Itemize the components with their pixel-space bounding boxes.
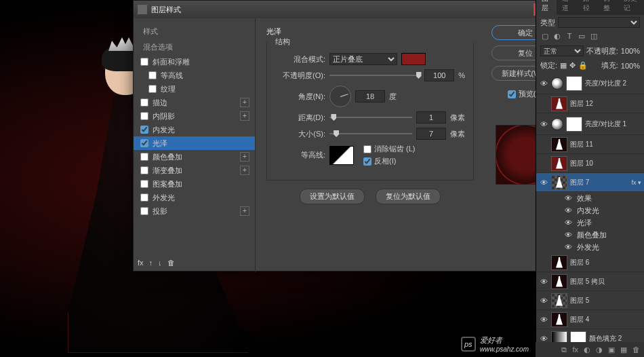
style-item-8[interactable]: 渐变叠加+ xyxy=(134,164,255,177)
angle-dial[interactable] xyxy=(329,86,351,107)
layer-row[interactable]: 图层 6 xyxy=(536,253,644,272)
style-item-10[interactable]: 外发光 xyxy=(134,191,255,204)
fx-indicator[interactable]: fx ▾ xyxy=(631,179,641,186)
layer-row[interactable]: 图层 10 xyxy=(536,154,644,173)
lock-position-icon[interactable]: ✥ xyxy=(569,61,576,70)
style-check[interactable] xyxy=(140,126,148,134)
style-item-5[interactable]: 内发光 xyxy=(134,123,255,136)
filter-text-icon[interactable]: T xyxy=(565,32,574,41)
layer-row[interactable]: 👁亮度/对比度 2 xyxy=(536,73,644,94)
size-slider[interactable] xyxy=(329,129,412,138)
style-item-3[interactable]: 描边+ xyxy=(134,96,255,109)
panel-opacity-value[interactable]: 100% xyxy=(621,47,640,55)
effect-item[interactable]: 外发光 xyxy=(577,242,599,252)
plus-icon[interactable]: + xyxy=(240,98,249,107)
visibility-icon[interactable] xyxy=(539,140,548,149)
style-item-9[interactable]: 图案叠加 xyxy=(134,177,255,191)
fx-icon[interactable]: fx xyxy=(572,345,578,354)
style-check[interactable] xyxy=(140,153,148,161)
fx-menu-button[interactable]: fx xyxy=(138,259,144,267)
layer-row[interactable]: 👁图层 5 拷贝 xyxy=(536,272,644,291)
trash-icon[interactable]: 🗑 xyxy=(167,259,175,267)
tab-channels[interactable]: 通道 xyxy=(557,0,577,15)
visibility-icon[interactable]: 👁 xyxy=(539,296,548,305)
visibility-icon[interactable]: 👁 xyxy=(563,218,573,227)
style-check[interactable] xyxy=(140,98,148,107)
fill-value[interactable]: 100% xyxy=(621,62,640,70)
blend-mode-select[interactable]: 正片叠底 xyxy=(329,53,397,65)
visibility-icon[interactable]: 👁 xyxy=(539,119,548,129)
link-icon[interactable]: ⧉ xyxy=(561,345,567,354)
lock-all-icon[interactable]: 🔒 xyxy=(578,61,588,70)
delete-icon[interactable]: 🗑 xyxy=(632,345,640,354)
layer-row[interactable]: 👁图层 5 xyxy=(536,291,644,310)
style-item-11[interactable]: 投影+ xyxy=(134,204,255,218)
tab-adjust[interactable]: 调整 xyxy=(598,0,618,15)
style-item-0[interactable]: 斜面和浮雕 xyxy=(134,55,255,69)
visibility-icon[interactable] xyxy=(539,258,548,267)
opacity-value[interactable]: 100 xyxy=(424,69,454,81)
effect-item[interactable]: 光泽 xyxy=(577,218,592,228)
style-item-4[interactable]: 内阴影+ xyxy=(134,109,255,123)
blend-mode-panel-select[interactable]: 正常 xyxy=(540,45,584,56)
mask-icon[interactable]: ◐ xyxy=(584,345,590,354)
visibility-icon[interactable]: 👁 xyxy=(539,79,548,88)
layer-row[interactable]: 👁亮度/对比度 1 xyxy=(536,113,644,135)
visibility-icon[interactable] xyxy=(539,159,548,168)
layer-row[interactable]: 👁图层 7fx ▾ xyxy=(536,173,644,192)
size-value[interactable]: 7 xyxy=(416,128,446,140)
style-check[interactable] xyxy=(140,166,148,174)
distance-slider[interactable] xyxy=(329,113,412,122)
fill-adj-icon[interactable]: ◑ xyxy=(596,345,603,354)
lock-pixels-icon[interactable]: ▦ xyxy=(560,61,567,70)
style-check[interactable] xyxy=(140,139,148,147)
blend-header[interactable]: 混合选项 xyxy=(134,39,255,55)
plus-icon[interactable]: + xyxy=(240,152,249,162)
visibility-icon[interactable]: 👁 xyxy=(563,230,573,240)
style-check[interactable] xyxy=(140,193,148,202)
visibility-icon[interactable]: 👁 xyxy=(539,315,548,324)
effect-item[interactable]: 颜色叠加 xyxy=(577,230,607,240)
opacity-slider[interactable] xyxy=(329,71,420,80)
tab-layers[interactable]: 图层 xyxy=(536,0,557,15)
reset-default-button[interactable]: 复位为默认值 xyxy=(376,189,441,204)
style-check[interactable] xyxy=(148,85,157,93)
style-item-7[interactable]: 颜色叠加+ xyxy=(134,150,255,164)
filter-image-icon[interactable]: ▢ xyxy=(540,32,550,41)
visibility-icon[interactable] xyxy=(539,99,548,109)
arrow-down-icon[interactable]: ↓ xyxy=(158,259,162,267)
angle-value[interactable]: 18 xyxy=(355,90,385,102)
visibility-icon[interactable]: 👁 xyxy=(563,206,573,215)
make-default-button[interactable]: 设置为默认值 xyxy=(300,189,365,204)
visibility-icon[interactable]: 👁 xyxy=(539,277,548,286)
style-item-1[interactable]: 等高线 xyxy=(134,69,255,82)
style-item-2[interactable]: 纹理 xyxy=(134,82,255,96)
new-layer-icon[interactable]: ▦ xyxy=(620,345,627,354)
visibility-icon[interactable]: 👁 xyxy=(563,193,573,203)
plus-icon[interactable]: + xyxy=(240,206,249,216)
plus-icon[interactable]: + xyxy=(240,111,249,121)
filter-shape-icon[interactable]: ▭ xyxy=(577,32,586,41)
plus-icon[interactable]: + xyxy=(240,166,249,175)
distance-value[interactable]: 1 xyxy=(416,111,446,124)
arrow-up-icon[interactable]: ↑ xyxy=(149,259,153,267)
style-item-6[interactable]: 光泽 xyxy=(134,136,255,150)
style-check[interactable] xyxy=(140,180,148,188)
layer-row[interactable]: 图层 11 xyxy=(536,135,644,154)
style-check[interactable] xyxy=(140,112,148,120)
style-check[interactable] xyxy=(148,71,157,79)
dialog-titlebar[interactable]: 图层样式 ✕ xyxy=(134,1,566,18)
antialias-checkbox[interactable]: 消除锯齿 (L) xyxy=(363,144,416,154)
visibility-icon[interactable]: 👁 xyxy=(539,178,548,187)
layer-row[interactable]: 👁图层 4 xyxy=(536,310,644,329)
contour-picker[interactable] xyxy=(329,146,354,165)
group-icon[interactable]: ▣ xyxy=(608,345,615,354)
layer-row[interactable]: 图层 12 xyxy=(536,94,644,113)
style-check[interactable] xyxy=(140,58,148,66)
style-check[interactable] xyxy=(140,207,148,215)
visibility-icon[interactable]: 👁 xyxy=(563,242,573,252)
tab-paths[interactable]: 路径 xyxy=(578,0,598,15)
kind-select[interactable] xyxy=(558,17,640,28)
filter-adjust-icon[interactable]: ◐ xyxy=(552,32,562,41)
effect-item[interactable]: 内发光 xyxy=(577,206,599,216)
